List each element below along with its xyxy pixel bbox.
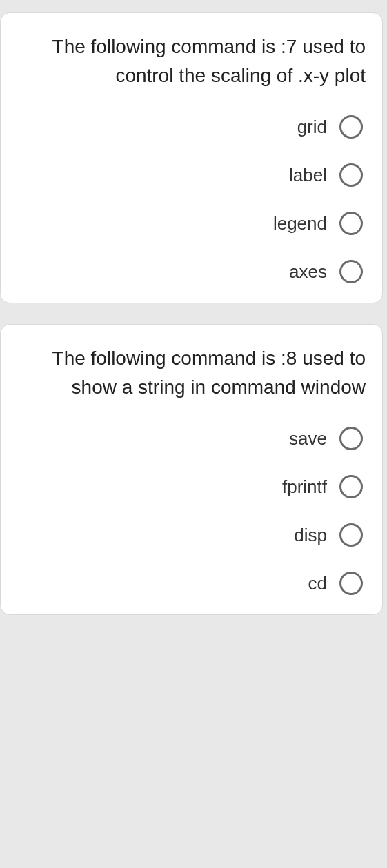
option-grid[interactable]: grid xyxy=(297,115,363,139)
question-text: The following command is :8 used to show… xyxy=(12,344,366,402)
options-list: grid label legend axes xyxy=(12,115,366,283)
question-card-7: The following command is :7 used to cont… xyxy=(0,12,383,303)
radio-icon[interactable] xyxy=(339,115,363,139)
option-label-choice[interactable]: label xyxy=(289,163,363,187)
option-label: label xyxy=(289,165,327,186)
radio-icon[interactable] xyxy=(339,260,363,283)
question-text: The following command is :7 used to cont… xyxy=(12,32,366,90)
radio-icon[interactable] xyxy=(339,523,363,547)
radio-icon[interactable] xyxy=(339,212,363,235)
option-save[interactable]: save xyxy=(289,427,363,450)
option-label: fprintf xyxy=(282,476,327,498)
option-cd[interactable]: cd xyxy=(308,572,363,595)
option-label: axes xyxy=(289,261,327,283)
radio-icon[interactable] xyxy=(339,572,363,595)
option-fprintf[interactable]: fprintf xyxy=(282,475,363,498)
radio-icon[interactable] xyxy=(339,475,363,498)
option-disp[interactable]: disp xyxy=(294,523,363,547)
option-label: save xyxy=(289,428,327,450)
option-label: disp xyxy=(294,525,327,546)
option-label: cd xyxy=(308,573,327,594)
option-label: grid xyxy=(297,117,327,138)
question-card-8: The following command is :8 used to show… xyxy=(0,324,383,615)
options-list: save fprintf disp cd xyxy=(12,427,366,595)
radio-icon[interactable] xyxy=(339,163,363,187)
option-axes[interactable]: axes xyxy=(289,260,363,283)
option-legend[interactable]: legend xyxy=(273,212,363,235)
option-label: legend xyxy=(273,213,327,234)
radio-icon[interactable] xyxy=(339,427,363,450)
